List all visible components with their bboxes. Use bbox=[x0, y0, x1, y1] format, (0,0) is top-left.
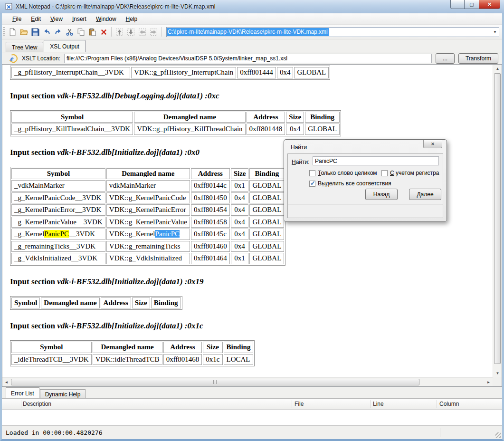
find-option-row: С учетом регистра bbox=[381, 170, 439, 176]
xslt-location-input[interactable]: file:///C:/Program Files (x86)/Analog De… bbox=[64, 54, 432, 63]
checkbox-label: Только слово целиком bbox=[318, 170, 377, 176]
error-list-body[interactable] bbox=[2, 410, 502, 426]
menu-item-edit[interactable]: Edit bbox=[26, 14, 46, 24]
menu-item-insert[interactable]: Insert bbox=[67, 14, 91, 24]
column-header-demangled-name: Demangled name bbox=[106, 168, 190, 180]
toolbar-redo-button[interactable] bbox=[52, 26, 64, 38]
checkbox-label: Выделить все соответствия bbox=[318, 180, 391, 187]
tab-tree-view[interactable]: Tree View bbox=[6, 42, 43, 52]
table-row: _g_KernelPanicCode__3VDKVDK::g_KernelPan… bbox=[11, 192, 284, 204]
cell-size: 0x4 bbox=[231, 229, 249, 240]
toolbar-copy-button[interactable] bbox=[75, 26, 86, 38]
status-text: Loaded in 00:00:00.4820276 bbox=[2, 429, 103, 436]
scroll-left-icon[interactable]: ◄ bbox=[2, 378, 10, 387]
vertical-scroll-thumb[interactable] bbox=[494, 73, 501, 364]
chevron-down-icon[interactable]: ▼ bbox=[491, 30, 499, 34]
section-heading-prefix: Input section bbox=[10, 91, 57, 100]
toolbar-nudge-up-button[interactable] bbox=[114, 26, 125, 38]
scroll-up-icon[interactable]: ▲ bbox=[493, 65, 502, 73]
menu-item-window[interactable]: Window bbox=[91, 14, 121, 24]
browse-button[interactable]: ... bbox=[436, 53, 455, 64]
xslt-bar: e XSLT Location: file:///C:/Program File… bbox=[2, 52, 502, 64]
resize-grip-icon[interactable] bbox=[495, 432, 501, 438]
undo-icon bbox=[43, 28, 51, 36]
cell-demangled-name: VDK::g_KernelPanicPC bbox=[106, 229, 190, 240]
find-back-button[interactable]: Назад bbox=[365, 189, 398, 200]
checkbox-checked[interactable] bbox=[309, 181, 315, 187]
column-separator[interactable] bbox=[370, 400, 371, 408]
paste-icon bbox=[88, 28, 96, 36]
column-separator[interactable] bbox=[292, 400, 292, 408]
tab-error-list[interactable]: Error List bbox=[6, 387, 39, 398]
find-input[interactable]: PanicPC bbox=[313, 156, 439, 165]
section-heading-prefix: Input section bbox=[10, 277, 57, 286]
tab-dynamic-help[interactable]: Dynamic Help bbox=[40, 389, 86, 398]
find-dialog[interactable]: Найти ✕ Найти: PanicPC Только слово цели… bbox=[284, 139, 447, 222]
toolbar-nudge-down-button[interactable] bbox=[125, 26, 136, 38]
cell-size: 0x1 bbox=[231, 180, 249, 192]
find-dialog-status-strip bbox=[287, 204, 443, 218]
find-dialog-panel: Найти: PanicPC Только слово целикомС уче… bbox=[287, 153, 443, 205]
column-header-address: Address bbox=[163, 342, 202, 353]
horizontal-scroll-thumb[interactable] bbox=[11, 379, 419, 385]
table-row: _g_VdkIsInitialized__3VDKVDK::g_VdkIsIni… bbox=[11, 253, 284, 264]
column-header-size: Size bbox=[132, 297, 150, 309]
column-header-binding: Binding bbox=[151, 297, 181, 309]
maximize-button[interactable]: ▢ bbox=[465, 0, 479, 9]
toolbar-cut-button[interactable] bbox=[64, 26, 75, 38]
toolbar-undo-button[interactable] bbox=[41, 26, 52, 38]
menu-item-help[interactable]: Help bbox=[121, 14, 143, 24]
column-header-size: Size bbox=[203, 342, 222, 353]
toolbar-paste-button[interactable] bbox=[86, 26, 98, 38]
bottom-tabstrip: Error ListDynamic Help bbox=[2, 387, 502, 398]
toolbar-new-button[interactable] bbox=[7, 26, 18, 38]
cell-binding: GLOBAL bbox=[249, 180, 284, 192]
cut-icon bbox=[66, 28, 74, 36]
find-next-button[interactable]: Далее bbox=[409, 189, 441, 200]
table-header-row: SymbolDemangled nameAddressSizeBinding bbox=[11, 297, 181, 309]
status-separator bbox=[440, 428, 440, 437]
cell-demangled-name: VDK::g_pfHistory_KillThreadChain bbox=[134, 124, 245, 135]
column-header-symbol: Symbol bbox=[11, 168, 105, 180]
cell-symbol: _g_VdkIsInitialized__3VDK bbox=[11, 253, 105, 264]
toolbar-delete-button[interactable] bbox=[98, 26, 109, 38]
toolbar-open-button[interactable] bbox=[18, 26, 29, 38]
toolbar-grip[interactable] bbox=[3, 27, 5, 37]
minimize-button[interactable]: — bbox=[450, 0, 465, 9]
title-bar[interactable]: XML Notepad - C:\!pkrc-m-lite\mainapp-VD… bbox=[0, 0, 504, 13]
column-separator[interactable] bbox=[21, 400, 21, 408]
checkbox-unchecked[interactable] bbox=[381, 170, 388, 176]
column-header-column[interactable]: Column bbox=[439, 401, 459, 407]
table-row: _g_pfHistory_KillThreadChain__3VDKVDK::g… bbox=[11, 124, 340, 135]
menu-item-view[interactable]: View bbox=[46, 14, 67, 24]
cell-demangled-name: VDK::g_VdkIsInitialized bbox=[106, 253, 190, 264]
column-header-size: Size bbox=[231, 168, 249, 180]
tab-xsl-output[interactable]: XSL Output bbox=[44, 40, 86, 52]
cell-symbol: _g_KernelPanicCode__3VDK bbox=[11, 192, 105, 204]
find-dialog-close-icon[interactable]: ✕ bbox=[423, 140, 442, 148]
toolbar-save-button[interactable] bbox=[29, 26, 41, 38]
search-match-highlight: PanicPC bbox=[44, 230, 69, 238]
menu-item-file[interactable]: File bbox=[8, 14, 26, 24]
xslt-location-label: XSLT Location: bbox=[22, 55, 60, 62]
column-separator[interactable] bbox=[437, 400, 437, 408]
close-button[interactable]: ✕ bbox=[479, 0, 500, 9]
vertical-scrollbar[interactable]: ▲ ▼ bbox=[493, 65, 502, 377]
column-header-file[interactable]: File bbox=[295, 401, 304, 407]
cell-symbol: _g_KernelPanicValue__3VDK bbox=[11, 217, 105, 228]
transform-button[interactable]: Transform bbox=[458, 53, 498, 64]
column-header-address: Address bbox=[191, 168, 230, 180]
document-tabstrip: Tree ViewXSL Output bbox=[2, 39, 502, 52]
address-combobox[interactable]: C:\!pkrc-m-lite\mainapp-VDK\Release\pkrc… bbox=[166, 27, 499, 37]
scroll-down-icon[interactable]: ▼ bbox=[493, 369, 502, 377]
scroll-right-icon[interactable]: ► bbox=[485, 378, 493, 387]
table-header-row: SymbolDemangled nameAddressSizeBinding bbox=[11, 342, 253, 353]
client-area: FileEditViewInsertWindowHelp C:\!pkrc-m-… bbox=[2, 13, 502, 439]
column-header-description[interactable]: Description bbox=[23, 401, 51, 407]
toolbar-nudge-left-button[interactable] bbox=[136, 26, 148, 38]
column-header-line[interactable]: Line bbox=[373, 401, 384, 407]
delete-icon bbox=[100, 28, 108, 36]
checkbox-unchecked[interactable] bbox=[309, 170, 315, 176]
toolbar-nudge-right-button[interactable] bbox=[148, 26, 159, 38]
horizontal-scrollbar[interactable]: ◄ ► bbox=[2, 377, 493, 386]
